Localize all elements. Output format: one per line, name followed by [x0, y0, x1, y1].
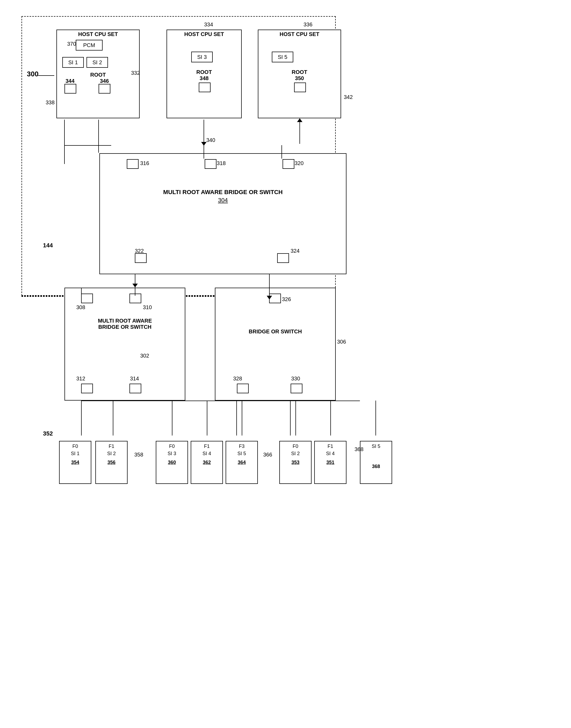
ref-360: 360 [168, 460, 176, 465]
ep368-si5: SI 5 [372, 444, 380, 449]
bridge-304-ref: 304 [100, 197, 346, 204]
diagram-container: 300 PCM 370 HOST CPU SET SI 1 SI 2 ROOT … [21, 16, 548, 715]
line-346-to-316 [98, 145, 99, 153]
arrow-350 [297, 118, 303, 122]
bridge-306-text: BRIDGE OR SWITCH [215, 329, 335, 335]
root-334-label: ROOT [167, 69, 241, 75]
ep360-f0: F0 [169, 444, 175, 449]
si2-label: SI 2 [92, 60, 102, 66]
ep364-f3: F3 [239, 444, 244, 449]
port-328 [237, 384, 249, 393]
ref-326: 326 [282, 296, 291, 302]
ep356-fl: F1 [96, 441, 127, 450]
ref-334: 334 [204, 21, 213, 28]
ref-370: 370 [67, 41, 76, 47]
ref-312: 312 [76, 376, 85, 382]
ep353-ref: 353 [280, 460, 311, 465]
root-336-label: ROOT [258, 69, 341, 75]
pcm-box: PCM [76, 40, 103, 51]
root-332-label: ROOT [57, 72, 139, 78]
endpoint-364: F3 SI 5 364 [226, 441, 258, 484]
bridge-304-text: MULTI ROOT AWARE BRIDGE OR SWITCH [100, 189, 346, 196]
bridge-304: MULTI ROOT AWARE BRIDGE OR SWITCH 304 31… [99, 153, 346, 274]
ref-314: 314 [130, 376, 139, 382]
ref-366: 366 [263, 452, 272, 458]
ref-368: 368 [372, 464, 380, 469]
ref-344: 344 [66, 78, 75, 84]
ep364-fl: F3 [226, 441, 257, 450]
line-316-h [64, 145, 111, 146]
endpoint-354: F0 SI 1 354 [59, 441, 91, 484]
port-314 [129, 384, 141, 393]
line-368-v [330, 400, 331, 436]
ref-368-label: 368 [354, 446, 363, 452]
ref-318: 318 [217, 160, 226, 166]
ep354-fl: F0 [60, 441, 91, 450]
host-cpu-336-label: HOST CPU SET [258, 31, 341, 37]
port-312 [81, 384, 93, 393]
port-344 [65, 84, 76, 94]
ep354-sl: SI 1 [60, 450, 91, 457]
line-368b-v [375, 400, 376, 436]
ref-358: 358 [134, 452, 143, 458]
line-362-v [207, 400, 207, 436]
si5-label: SI 5 [278, 54, 288, 60]
bridge-306: BRIDGE OR SWITCH 326 328 330 [215, 288, 336, 400]
ep353-f0: F0 [293, 444, 298, 449]
ep362-si4: SI 4 [203, 451, 211, 456]
ep364-ref: 364 [226, 460, 257, 465]
line-318-v [204, 145, 204, 159]
ref-308: 308 [76, 304, 85, 310]
line-350-down [300, 120, 300, 144]
ep354-f0: F0 [72, 444, 78, 449]
ref-336: 336 [304, 21, 312, 28]
ref-322: 322 [135, 248, 144, 254]
host-cpu-332: PCM 370 HOST CPU SET SI 1 SI 2 ROOT 344 … [56, 29, 140, 118]
line-h-bottom-306 [236, 400, 360, 401]
ref-342: 342 [344, 94, 353, 100]
endpoint-356: F1 SI 2 356 [95, 441, 128, 484]
ref-348: 348 [167, 75, 241, 81]
ep364-si5: SI 5 [237, 451, 246, 456]
port-310 [129, 293, 141, 303]
si2-box: SI 2 [87, 57, 108, 68]
endpoint-360: F0 SI 3 360 [156, 441, 188, 484]
ref-353: 353 [292, 460, 300, 465]
port-316 [127, 159, 139, 169]
ref-351: 351 [326, 460, 334, 465]
ep353-sl: SI 2 [280, 450, 311, 457]
ref-320: 320 [295, 160, 304, 166]
pcm-label: PCM [83, 42, 95, 49]
ep356-f1: F1 [109, 444, 114, 449]
ep351-fl: F1 [315, 441, 346, 450]
ref-352: 352 [43, 430, 53, 437]
si3-box: SI 3 [191, 52, 213, 62]
ref-144: 144 [43, 242, 53, 249]
line-364-v [242, 400, 242, 436]
line-344-down [64, 120, 65, 147]
bridge-302-text1: MULTI ROOT AWARE [65, 318, 185, 324]
line-308-v [81, 288, 82, 293]
ref-362: 362 [203, 460, 211, 465]
line-348-down [204, 120, 204, 143]
ref-346: 346 [100, 78, 109, 84]
bridge-302-label: MULTI ROOT AWARE BRIDGE OR SWITCH [65, 318, 185, 330]
ep353-fl: F0 [280, 441, 311, 450]
endpoint-362: F1 SI 4 362 [191, 441, 223, 484]
ref-310: 310 [143, 304, 152, 310]
ref-350: 350 [258, 75, 341, 81]
bridge-302: MULTI ROOT AWARE BRIDGE OR SWITCH 302 30… [65, 288, 185, 400]
ref-316: 316 [140, 160, 149, 166]
ep351-sl: SI 4 [315, 450, 346, 457]
ref-364: 364 [238, 460, 246, 465]
host-cpu-336: HOST CPU SET SI 4 SI 5 ROOT 350 [258, 29, 341, 118]
ep356-si2: SI 2 [107, 451, 116, 456]
port-346 [99, 84, 110, 94]
ref-302: 302 [140, 353, 149, 359]
si3-label: SI 3 [197, 54, 207, 60]
label-300: 300 [27, 70, 38, 78]
ep360-si3: SI 3 [167, 451, 176, 456]
ep360-fl: F0 [156, 441, 188, 450]
arrow-324 [267, 296, 272, 299]
endpoint-353: F0 SI 2 353 [279, 441, 312, 484]
